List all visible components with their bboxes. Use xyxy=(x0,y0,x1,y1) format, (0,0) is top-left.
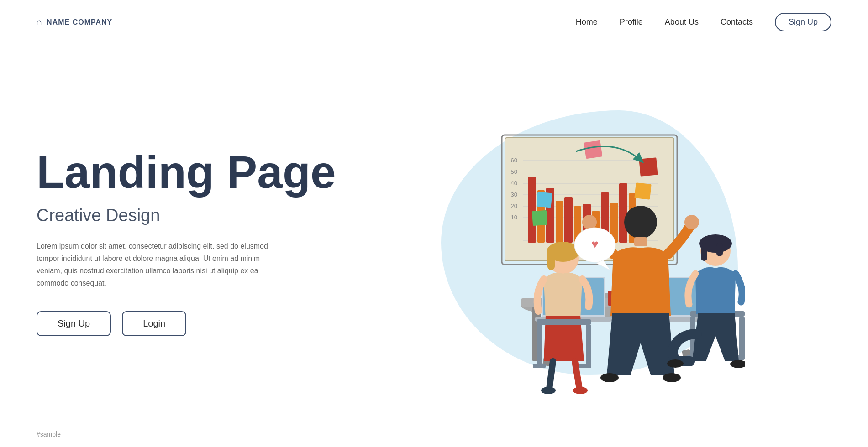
svg-point-63 xyxy=(684,215,699,229)
svg-rect-73 xyxy=(701,243,707,261)
svg-point-62 xyxy=(582,215,597,229)
svg-rect-16 xyxy=(528,177,536,243)
svg-rect-61 xyxy=(634,237,647,246)
svg-text:10: 10 xyxy=(510,214,517,221)
signup-button[interactable]: Sign Up xyxy=(37,311,111,336)
svg-text:30: 30 xyxy=(510,191,517,198)
hero-subtitle: Creative Design xyxy=(37,206,347,225)
svg-text:20: 20 xyxy=(510,203,517,209)
svg-point-54 xyxy=(573,387,588,394)
svg-point-65 xyxy=(663,373,681,382)
logo: ⌂ NAME COMPANY xyxy=(37,17,112,27)
svg-rect-29 xyxy=(536,192,552,208)
svg-rect-28 xyxy=(584,140,602,159)
svg-rect-31 xyxy=(634,182,651,199)
svg-rect-50 xyxy=(547,249,555,270)
navigation: Home Profile About Us Contacts Sign Up xyxy=(576,13,831,31)
svg-point-75 xyxy=(667,359,684,368)
svg-rect-56 xyxy=(537,325,542,366)
home-icon: ⌂ xyxy=(37,17,42,27)
svg-text:♥: ♥ xyxy=(591,237,598,251)
cta-buttons: Sign Up Login xyxy=(37,311,347,336)
svg-rect-57 xyxy=(586,325,591,366)
svg-text:50: 50 xyxy=(510,168,517,175)
scene-illustration: 60 50 40 30 20 10 xyxy=(434,88,745,398)
svg-rect-74 xyxy=(716,243,723,256)
nav-about[interactable]: About Us xyxy=(665,17,699,27)
hero-text-section: Landing Page Creative Design Lorem ipsum… xyxy=(37,149,347,337)
svg-rect-58 xyxy=(533,364,546,368)
svg-rect-30 xyxy=(531,210,547,226)
svg-rect-18 xyxy=(564,197,573,243)
svg-text:60: 60 xyxy=(510,157,517,164)
svg-line-51 xyxy=(549,361,553,389)
hero-description: Lorem ipsum dolor sit amet, consectetur … xyxy=(37,240,274,290)
login-button[interactable]: Login xyxy=(122,311,186,336)
company-name: NAME COMPANY xyxy=(47,18,112,26)
nav-signup-button[interactable]: Sign Up xyxy=(775,13,831,31)
svg-rect-55 xyxy=(537,319,591,325)
nav-profile[interactable]: Profile xyxy=(620,17,643,27)
svg-rect-23 xyxy=(556,201,563,243)
svg-rect-21 xyxy=(619,183,627,243)
header: ⌂ NAME COMPANY Home Profile About Us Con… xyxy=(0,0,868,44)
nav-contacts[interactable]: Contacts xyxy=(721,17,753,27)
svg-rect-59 xyxy=(579,364,591,368)
hero-title: Landing Page xyxy=(37,149,347,195)
svg-point-64 xyxy=(600,373,619,382)
svg-text:40: 40 xyxy=(510,180,517,187)
main-content: Landing Page Creative Design Lorem ipsum… xyxy=(0,44,868,441)
footer-tag: #sample xyxy=(37,431,61,438)
svg-point-60 xyxy=(624,206,657,239)
svg-rect-68 xyxy=(739,317,745,358)
nav-home[interactable]: Home xyxy=(576,17,598,27)
svg-point-53 xyxy=(541,387,556,394)
illustration-section: 60 50 40 30 20 10 xyxy=(347,44,831,441)
